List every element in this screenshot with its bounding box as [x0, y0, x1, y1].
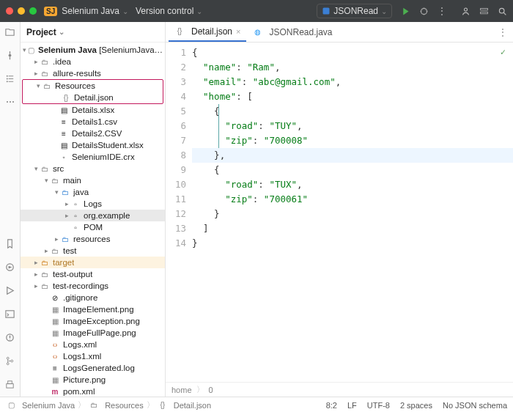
search-everywhere-button[interactable] [498, 7, 507, 16]
file-path-breadcrumb[interactable]: ▢ Selenium Java 〉 🗀 Resources 〉 {} Detai… [6, 399, 211, 410]
close-window-button[interactable] [6, 7, 13, 15]
terminal-tool-button[interactable] [4, 309, 15, 322]
commit-tool-button[interactable] [4, 50, 15, 63]
svg-point-2 [464, 8, 467, 11]
tree-file-details2-csv[interactable]: ≡Details2.CSV [21, 128, 165, 139]
tree-root[interactable]: ▢Selenium Java [SeleniumJava]~/IdeaProj… [21, 44, 165, 56]
module-icon: ▢ [6, 400, 16, 410]
code-content[interactable]: { "name": "Ram", "email": "abc@gmail.com… [192, 43, 513, 382]
tree-file-logs1-xml[interactable]: ‹›Logs1.xml [21, 350, 165, 362]
svg-point-8 [7, 78, 8, 80]
folder-icon: 🗀 [40, 68, 50, 78]
tab-jsonread-java[interactable]: ◍ JSONRead.java [246, 22, 338, 42]
tab-label: JSONRead.java [269, 27, 332, 37]
image-file-icon: ▦ [50, 375, 60, 385]
json-file-icon: {} [174, 26, 185, 37]
tree-file-picture[interactable]: ▦Picture.png [21, 374, 165, 386]
json-file-icon: {} [61, 92, 71, 103]
structure-tool-button[interactable] [4, 73, 15, 86]
xlsx-file-icon: ▤ [59, 140, 69, 150]
run-config-selector[interactable]: JSONRead [317, 4, 392, 18]
tree-file-logs-generated[interactable]: ≡LogsGenerated.log [21, 362, 165, 374]
json-file-icon: {} [158, 400, 168, 410]
tree-folder-src[interactable]: 🗀src [21, 163, 165, 174]
file-icon: ⊘ [50, 292, 60, 303]
project-panel-header[interactable]: Project ⌄ [21, 22, 165, 43]
bookmarks-tool-button[interactable] [4, 238, 15, 251]
tree-file-pom-xml[interactable]: mpom.xml [21, 386, 165, 397]
json-schema-status[interactable]: No JSON schema [443, 401, 507, 410]
image-file-icon: ▦ [50, 328, 60, 338]
tree-folder-resources2[interactable]: 🗀resources [21, 233, 165, 245]
tree-file-image-exception[interactable]: ▦ImageException.png [21, 315, 165, 327]
indent-setting[interactable]: 2 spaces [400, 401, 432, 410]
tree-file-details-xlsx[interactable]: ▤Details.xlsx [21, 104, 165, 116]
crumb-home[interactable]: home [171, 386, 192, 394]
minimize-window-button[interactable] [18, 7, 25, 15]
ide-settings-button[interactable] [479, 7, 489, 16]
tree-folder-allure[interactable]: 🗀allure-results [21, 67, 165, 79]
line-separator[interactable]: LF [347, 401, 357, 410]
tree-file-detail-json[interactable]: {}Detail.json [23, 92, 163, 103]
xlsx-file-icon: ▤ [59, 105, 69, 115]
window-controls [6, 7, 37, 15]
tab-label: Detail.json [191, 26, 232, 37]
build-tool-button[interactable] [4, 379, 15, 392]
project-panel: Project ⌄ ▢Selenium Java [SeleniumJava]~… [21, 22, 166, 397]
tree-package-logs[interactable]: ▫Logs [21, 198, 165, 210]
run-tool-button[interactable] [4, 285, 15, 298]
close-tab-button[interactable]: × [236, 27, 240, 36]
more-actions-button[interactable]: ⋮ [438, 6, 446, 16]
editor-breadcrumb[interactable]: home 〉 0 [166, 382, 513, 397]
debug-button[interactable] [419, 7, 429, 16]
crumb-project[interactable]: Selenium Java [22, 401, 75, 410]
tree-folder-resources[interactable]: 🗀Resources [23, 80, 163, 92]
vcs-tool-button[interactable] [4, 355, 15, 369]
chevron-right-icon: 〉 [147, 399, 155, 410]
file-icon: ◦ [59, 152, 69, 162]
problems-tool-button[interactable] [4, 332, 15, 345]
account-button[interactable] [461, 7, 470, 16]
project-selector[interactable]: Selenium Java [62, 6, 128, 16]
vcs-menu[interactable]: Version control [136, 6, 202, 16]
crumb-folder[interactable]: Resources [105, 401, 144, 410]
project-tree[interactable]: ▢Selenium Java [SeleniumJava]~/IdeaProj…… [21, 43, 165, 397]
project-tool-button[interactable] [4, 26, 15, 40]
tab-detail-json[interactable]: {} Detail.json × [169, 22, 246, 42]
titlebar: SJ Selenium Java Version control JSONRea… [0, 0, 513, 22]
file-encoding[interactable]: UTF-8 [367, 401, 390, 410]
tree-file-gitignore[interactable]: ⊘.gitignore [21, 292, 165, 303]
services-tool-button[interactable] [4, 262, 15, 275]
tree-file-details-student[interactable]: ▤DetailsStudent.xlsx [21, 139, 165, 151]
crumb-file[interactable]: Detail.json [174, 401, 211, 410]
tree-file-image-element[interactable]: ▦ImageElement.png [21, 303, 165, 315]
tree-package-pom[interactable]: ▫POM [21, 221, 165, 233]
tree-file-image-fullpage[interactable]: ▦ImageFullPage.png [21, 327, 165, 339]
svg-rect-4 [481, 12, 488, 13]
folder-icon: 🗀 [50, 246, 60, 256]
tabs-more-button[interactable]: ⋮ [498, 27, 507, 37]
project-badge: SJ [44, 7, 57, 16]
source-folder-icon: 🗀 [60, 187, 70, 197]
tree-folder-test-recordings[interactable]: 🗀test-recordings [21, 280, 165, 292]
tree-folder-test-output[interactable]: 🗀test-output [21, 268, 165, 280]
code-editor[interactable]: ✓ 1234567891011121314 { "name": "Ram", "… [166, 43, 513, 382]
maximize-window-button[interactable] [29, 7, 37, 15]
tree-package-org-example[interactable]: ▫org.example [21, 210, 165, 221]
tree-folder-idea[interactable]: 🗀.idea [21, 56, 165, 67]
tree-folder-target[interactable]: 🗀target [21, 257, 165, 268]
run-button[interactable] [401, 7, 410, 16]
line-gutter: 1234567891011121314 [166, 43, 192, 382]
tree-file-details1-csv[interactable]: ≡Details1.csv [21, 116, 165, 128]
more-tools-button[interactable]: ⋯ [6, 97, 15, 107]
crumb-index[interactable]: 0 [209, 386, 213, 394]
tree-file-selenium-ide[interactable]: ◦SeleniumIDE.crx [21, 151, 165, 163]
caret-position[interactable]: 8:2 [326, 401, 337, 410]
editor-panel: {} Detail.json × ◍ JSONRead.java ⋮ ✓ 123… [166, 22, 513, 397]
tree-folder-main[interactable]: 🗀main [21, 174, 165, 186]
image-file-icon: ▦ [50, 316, 60, 326]
tree-folder-java[interactable]: 🗀java [21, 186, 165, 198]
xml-file-icon: ‹› [50, 339, 60, 350]
tree-folder-test[interactable]: 🗀test [21, 245, 165, 257]
tree-file-logs-xml[interactable]: ‹›Logs.xml [21, 339, 165, 350]
